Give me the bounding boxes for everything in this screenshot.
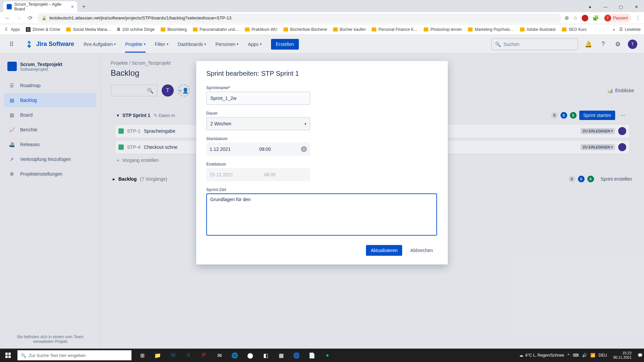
- forward-button[interactable]: →: [15, 14, 23, 22]
- settings-icon[interactable]: ⚙: [613, 40, 623, 49]
- volume-icon[interactable]: 🔊: [582, 353, 587, 358]
- bookmark-item[interactable]: Social Media Mana…: [66, 27, 111, 32]
- adblock-icon[interactable]: [582, 15, 588, 21]
- global-search[interactable]: 🔍 Suchen: [491, 38, 578, 50]
- reload-button[interactable]: ⟳: [26, 14, 34, 22]
- create-sprint-button[interactable]: Sprint erstellen: [601, 176, 632, 182]
- account-dot-icon[interactable]: ●: [582, 1, 598, 12]
- bookmark-item[interactable]: B100 schöne Dinge: [117, 27, 154, 32]
- help-icon[interactable]: ?: [598, 40, 608, 49]
- sidebar-item-board[interactable]: ▥Board: [4, 108, 96, 122]
- sidebar-item-releases[interactable]: 🚢Releases: [4, 137, 96, 152]
- notification-center-icon[interactable]: 💬: [638, 353, 643, 358]
- wifi-icon[interactable]: 📶: [590, 353, 595, 358]
- collapse-icon[interactable]: ▾: [117, 113, 119, 118]
- start-button[interactable]: [0, 349, 16, 362]
- nav-filters[interactable]: Filter▾: [155, 42, 168, 47]
- excel-icon[interactable]: X: [181, 349, 196, 362]
- bookmark-item[interactable]: Photoshop lernen: [424, 27, 462, 32]
- close-tab-icon[interactable]: ×: [71, 4, 74, 9]
- project-header[interactable]: Scrum_Testprojekt Softwareprojekt: [4, 60, 96, 78]
- mail-icon[interactable]: ✉: [212, 349, 227, 362]
- insights-button[interactable]: 📊Einblicke: [607, 88, 634, 93]
- bookmark-item[interactable]: Praktikum WU: [245, 27, 277, 32]
- explorer-icon[interactable]: 📁: [150, 349, 165, 362]
- notepad-icon[interactable]: 📄: [305, 349, 319, 362]
- taskbar-search[interactable]: 🔍 Zur Suche Text hier eingeben: [17, 350, 131, 360]
- collapse-icon[interactable]: ▸: [113, 176, 115, 182]
- sprint-goal-textarea[interactable]: [206, 193, 437, 236]
- notifications-icon[interactable]: 🔔: [584, 40, 593, 49]
- startdate-input[interactable]: 1.12.2021 08:00 ×: [206, 142, 310, 156]
- overflow-bookmarks-icon[interactable]: »: [613, 27, 615, 32]
- sidebar-item-reports[interactable]: 📈Berichte: [4, 123, 96, 137]
- apps-button[interactable]: ⠿Apps: [3, 27, 20, 32]
- nav-dashboards[interactable]: Dashboards▾: [178, 42, 206, 47]
- powerpoint-icon[interactable]: P: [197, 349, 211, 362]
- backlog-search[interactable]: 🔍: [111, 84, 158, 97]
- new-tab-button[interactable]: +: [79, 2, 89, 11]
- sidebar-item-roadmap[interactable]: ☰Roadmap: [4, 78, 96, 93]
- bookmark-item[interactable]: Bücher kaufen: [333, 27, 366, 32]
- menu-icon[interactable]: ⋮: [635, 15, 641, 21]
- assignee-avatar[interactable]: [618, 143, 626, 151]
- language-indicator[interactable]: DEU: [599, 353, 607, 358]
- bookmark-item[interactable]: Marketing Psycholo…: [468, 27, 514, 32]
- clear-date-icon[interactable]: ×: [301, 146, 307, 152]
- minimize-window-icon[interactable]: —: [598, 1, 613, 12]
- sidebar-item-add-link[interactable]: ↗Verknüpfung hinzufügen: [4, 152, 96, 166]
- duration-select[interactable]: 2 Wochen ▾: [206, 117, 310, 130]
- extensions-icon[interactable]: 🧩: [592, 15, 599, 21]
- obs-icon[interactable]: ⬤: [243, 349, 258, 362]
- app-icon[interactable]: ▦: [274, 349, 288, 362]
- bookmark-item[interactable]: Adobe Illustrator: [520, 27, 556, 32]
- chrome-icon[interactable]: 🌐: [227, 349, 242, 362]
- sidebar-item-backlog[interactable]: ▤Backlog: [4, 93, 96, 107]
- close-window-icon[interactable]: ✕: [629, 1, 644, 12]
- reading-list-button[interactable]: ☰Leseliste: [619, 27, 641, 32]
- bookmark-item[interactable]: Bloomberg: [161, 27, 187, 32]
- word-icon[interactable]: W: [166, 349, 180, 362]
- spotify-icon[interactable]: ●: [320, 349, 335, 362]
- bookmark-item[interactable]: Panoramabahn und…: [193, 27, 239, 32]
- cancel-button[interactable]: Abbrechen: [406, 245, 438, 256]
- zoom-icon[interactable]: ⊕: [565, 15, 569, 21]
- update-button[interactable]: Aktualisieren: [366, 245, 402, 256]
- bookmark-star-icon[interactable]: ☆: [573, 15, 578, 21]
- browser-tab[interactable]: Scrum_Testprojekt – Agile-Board ×: [3, 1, 77, 12]
- nav-people[interactable]: Personen▾: [215, 42, 238, 47]
- clock[interactable]: 15:22 30.11.2021: [610, 351, 634, 360]
- keyboard-icon[interactable]: ⌨: [573, 353, 579, 358]
- jira-logo[interactable]: Jira Software: [25, 40, 74, 48]
- bookmark-item[interactable]: Personal Finance K…: [372, 27, 418, 32]
- tray-chevron-icon[interactable]: ^: [568, 353, 570, 358]
- status-badge[interactable]: ZU ERLEDIGEN▾: [581, 144, 615, 150]
- create-button[interactable]: Erstellen: [271, 39, 299, 50]
- nav-apps[interactable]: Apps▾: [248, 42, 262, 47]
- address-bar[interactable]: 🔒 testdeutsch1.atlassian.net/jira/softwa…: [38, 13, 561, 23]
- task-view-icon[interactable]: ⊞: [135, 349, 150, 362]
- user-avatar[interactable]: T: [628, 40, 637, 49]
- bookmark-item[interactable]: SEO Kurs: [562, 27, 586, 32]
- add-people-button[interactable]: +👤: [178, 84, 190, 97]
- bookmark-item[interactable]: Bücherliste Bücherei: [283, 27, 327, 32]
- profile-button[interactable]: T Pausiert: [603, 14, 631, 22]
- app-icon[interactable]: ◧: [258, 349, 273, 362]
- nav-projects[interactable]: Projekte▾: [125, 42, 145, 47]
- assignee-avatar[interactable]: [618, 127, 626, 135]
- sprintname-input[interactable]: [206, 92, 310, 105]
- bookmark-item[interactable]: DDinner & Crime: [26, 27, 60, 32]
- back-button[interactable]: ←: [3, 14, 11, 22]
- edit-sprint-dates[interactable]: ✎Daten hi: [154, 113, 175, 118]
- sidebar-item-settings[interactable]: ⚙Projekteinstellungen: [4, 167, 96, 181]
- chevron-down-icon: ▾: [144, 42, 146, 46]
- edge-icon[interactable]: 🌀: [289, 349, 304, 362]
- app-switcher-icon[interactable]: ⠿: [7, 40, 16, 49]
- weather-widget[interactable]: ☁ 4°C L. Regen/Schnee: [519, 353, 564, 358]
- nav-your-work[interactable]: Ihre Aufgaben▾: [84, 42, 116, 47]
- status-badge[interactable]: ZU ERLEDIGEN▾: [581, 128, 615, 134]
- start-sprint-button[interactable]: Sprint starten: [579, 111, 615, 120]
- assignee-filter-avatar[interactable]: T: [162, 84, 174, 97]
- maximize-window-icon[interactable]: ▢: [613, 1, 629, 12]
- sprint-more-icon[interactable]: ⋯: [618, 111, 628, 120]
